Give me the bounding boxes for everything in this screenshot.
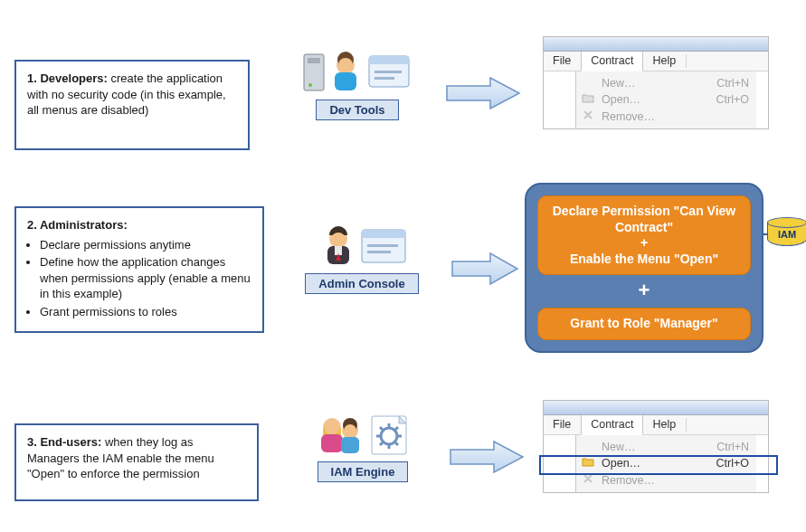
- row3-textbox: 3. End-users: when they log as Managers …: [14, 423, 259, 501]
- bullet: Grant permissions to roles: [40, 304, 251, 320]
- svg-rect-20: [367, 251, 391, 253]
- svg-rect-28: [341, 437, 359, 453]
- row1-textbox: 1. Developers: create the application wi…: [14, 60, 250, 150]
- svg-rect-1: [308, 58, 320, 63]
- menubar-separator: [686, 54, 687, 68]
- menu-file[interactable]: File: [544, 52, 581, 71]
- dropdown-shortcut: Ctrl+O: [716, 93, 749, 106]
- dropdown-label: Remove…: [602, 474, 749, 487]
- row2-bullets: Declare permissions anytime Define how t…: [40, 237, 251, 320]
- svg-point-13: [331, 233, 346, 247]
- svg-point-27: [344, 424, 356, 437]
- dropdown-item-new[interactable]: New… Ctrl+N: [576, 75, 756, 91]
- dropdown-item-open[interactable]: Open… Ctrl+O: [576, 455, 756, 471]
- row3-menu-window: File Contract Help New… Ctrl+N Open… Ctr…: [543, 400, 769, 493]
- svg-line-37: [395, 442, 398, 445]
- dropdown-item-new[interactable]: New… Ctrl+N: [576, 439, 756, 455]
- svg-rect-19: [367, 244, 398, 247]
- titlebar: [544, 37, 768, 52]
- menu-contract[interactable]: Contract: [581, 52, 643, 71]
- menu-help[interactable]: Help: [643, 52, 686, 71]
- row1-arrow: [443, 74, 523, 112]
- iam-label: IAM: [778, 229, 796, 240]
- svg-marker-11: [447, 78, 519, 109]
- dropdown-item-remove[interactable]: Remove…: [576, 108, 756, 125]
- row1-menu-window: File Contract Help New… Ctrl+N Open… Ctr…: [543, 36, 769, 129]
- plus-icon: +: [537, 275, 751, 308]
- bullet: Declare permissions anytime: [40, 237, 251, 253]
- dropdown-label: Open…: [602, 457, 716, 470]
- svg-marker-21: [452, 253, 517, 284]
- declare-permission-pill: Declare Permission "Can View Contract" +…: [537, 195, 751, 275]
- bullet: Define how the application changes when …: [40, 254, 251, 302]
- folder-icon: [580, 457, 596, 470]
- menu-help[interactable]: Help: [643, 415, 686, 434]
- svg-rect-10: [375, 77, 394, 80]
- menubar-separator: [686, 418, 687, 432]
- row3-center: IAM Engine: [295, 407, 431, 482]
- svg-rect-24: [321, 434, 343, 452]
- iam-engine-icons: [295, 407, 431, 458]
- dropdown-shortcut: Ctrl+O: [716, 457, 749, 470]
- dropdown-label: Remove…: [602, 110, 749, 123]
- row1-center: Dev Tools: [289, 45, 425, 120]
- svg-point-5: [338, 58, 353, 72]
- svg-point-23: [325, 420, 339, 434]
- folder-icon: [580, 93, 596, 106]
- grant-role-pill: Grant to Role "Manager": [537, 308, 751, 340]
- dropdown-label: Open…: [602, 93, 716, 106]
- row2-center-label: Admin Console: [305, 273, 418, 294]
- dropdown-label: New…: [602, 441, 716, 453]
- row1-center-label: Dev Tools: [316, 100, 398, 120]
- svg-rect-8: [369, 56, 409, 64]
- svg-point-2: [308, 83, 312, 87]
- menu-file[interactable]: File: [544, 415, 581, 434]
- row3-center-label: IAM Engine: [318, 461, 409, 482]
- dev-tools-icons: [289, 45, 425, 96]
- titlebar: [544, 401, 768, 415]
- svg-marker-40: [450, 442, 523, 472]
- iam-cylinder: IAM: [767, 217, 806, 246]
- svg-line-39: [380, 442, 383, 445]
- svg-rect-6: [335, 72, 356, 90]
- admin-panel: Declare Permission "Can View Contract" +…: [525, 183, 763, 353]
- row1-menubar: File Contract Help: [544, 52, 768, 71]
- row3-dropdown: New… Ctrl+N Open… Ctrl+O Remove…: [575, 435, 756, 492]
- row2-lead: 2. Administrators:: [27, 218, 128, 232]
- svg-rect-18: [362, 230, 405, 238]
- svg-line-38: [395, 427, 398, 430]
- row1-dropdown: New… Ctrl+N Open… Ctrl+O Remove…: [575, 71, 756, 128]
- row3-arrow: [447, 438, 526, 476]
- row3-lead: 3. End-users:: [27, 435, 101, 449]
- dropdown-item-remove[interactable]: Remove…: [576, 471, 756, 489]
- svg-line-36: [380, 427, 383, 430]
- dropdown-shortcut: Ctrl+N: [716, 441, 749, 453]
- row2-textbox: 2. Administrators: Declare permissions a…: [14, 206, 264, 333]
- row3-menubar: File Contract Help: [544, 415, 768, 435]
- row2-arrow: [449, 250, 521, 288]
- admin-console-icons: [289, 219, 434, 270]
- row2-center: Admin Console: [289, 219, 434, 294]
- dropdown-shortcut: Ctrl+N: [716, 77, 749, 90]
- row1-lead: 1. Developers:: [27, 71, 108, 85]
- x-icon: [580, 109, 596, 123]
- x-icon: [580, 473, 596, 487]
- dropdown-label: New…: [602, 77, 716, 90]
- menu-contract[interactable]: Contract: [581, 415, 643, 435]
- svg-rect-9: [375, 71, 402, 73]
- dropdown-item-open[interactable]: Open… Ctrl+O: [576, 91, 756, 108]
